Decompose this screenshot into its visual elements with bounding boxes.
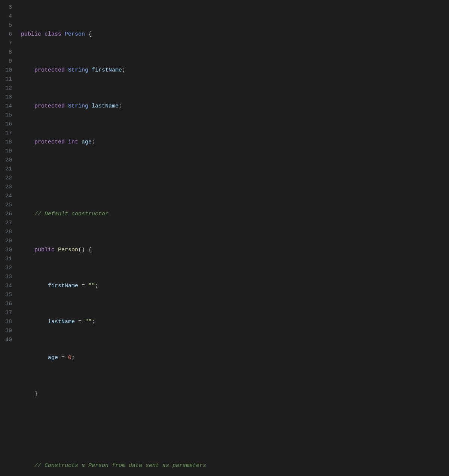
line-num-28: 28 (0, 228, 12, 237)
line-num-9: 9 (0, 57, 12, 66)
code-line-14 (21, 425, 449, 434)
line-num-16: 16 (0, 120, 12, 129)
line-num-20: 20 (0, 156, 12, 165)
code-line-5: protected String lastName; (21, 102, 449, 111)
code-line-15: // Constructs a Person from data sent as… (21, 461, 449, 470)
line-num-31: 31 (0, 255, 12, 264)
line-num-34: 34 (0, 282, 12, 291)
line-num-35: 35 (0, 291, 12, 300)
code-line-9: public Person() { (21, 246, 449, 255)
code-line-13: } (21, 389, 449, 398)
code-line-3: public class Person { (21, 30, 449, 39)
code-line-12: age = 0; (21, 354, 449, 363)
line-num-21: 21 (0, 165, 12, 174)
line-num-29: 29 (0, 237, 12, 246)
line-num-38: 38 (0, 318, 12, 327)
line-num-24: 24 (0, 192, 12, 201)
line-num-33: 33 (0, 273, 12, 282)
line-num-13: 13 (0, 93, 12, 102)
line-num-10: 10 (0, 66, 12, 75)
line-num-3: 3 (0, 3, 12, 12)
line-num-17: 17 (0, 129, 12, 138)
line-num-6: 6 (0, 30, 12, 39)
line-num-12: 12 (0, 84, 12, 93)
line-num-32: 32 (0, 264, 12, 273)
line-num-37: 37 (0, 309, 12, 318)
code-line-4: protected String firstName; (21, 66, 449, 75)
code-line-7 (21, 174, 449, 183)
line-num-39: 39 (0, 327, 12, 336)
line-num-7: 7 (0, 39, 12, 48)
code-line-11: lastName = ""; (21, 318, 449, 327)
line-num-30: 30 (0, 246, 12, 255)
code-line-8: // Default constructor (21, 210, 449, 219)
line-num-14: 14 (0, 102, 12, 111)
line-num-26: 26 (0, 210, 12, 219)
line-num-36: 36 (0, 300, 12, 309)
code-line-10: firstName = ""; (21, 282, 449, 291)
code-content[interactable]: public class Person { protected String f… (18, 0, 449, 476)
line-num-40: 40 (0, 336, 12, 345)
line-num-27: 27 (0, 219, 12, 228)
line-num-15: 15 (0, 111, 12, 120)
line-num-18: 18 (0, 138, 12, 147)
line-num-8: 8 (0, 48, 12, 57)
line-num-23: 23 (0, 183, 12, 192)
code-line-6: protected int age; (21, 138, 449, 147)
line-num-25: 25 (0, 201, 12, 210)
line-num-4: 4 (0, 12, 12, 21)
code-editor: 3 4 5 6 7 8 9 10 11 12 13 14 15 16 17 18… (0, 0, 449, 476)
line-num-11: 11 (0, 75, 12, 84)
line-num-19: 19 (0, 147, 12, 156)
line-numbers: 3 4 5 6 7 8 9 10 11 12 13 14 15 16 17 18… (0, 0, 18, 476)
line-num-5: 5 (0, 21, 12, 30)
line-num-22: 22 (0, 174, 12, 183)
